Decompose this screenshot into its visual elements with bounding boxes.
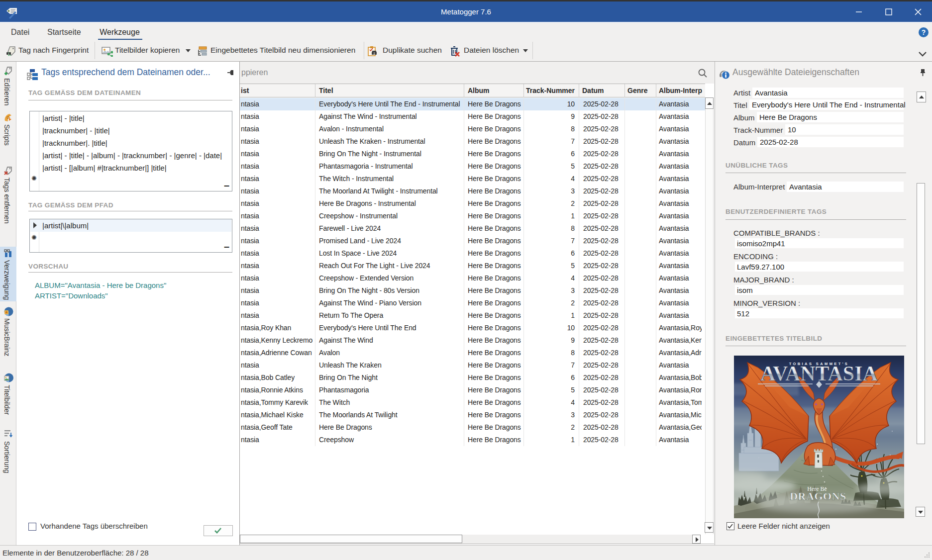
svg-text:DRAGONS: DRAGONS <box>790 490 846 502</box>
svg-text:?: ? <box>922 28 926 36</box>
